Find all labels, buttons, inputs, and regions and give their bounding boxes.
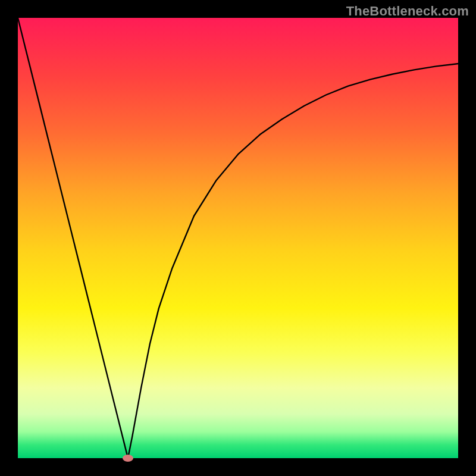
chart-container: TheBottleneck.com [0, 0, 476, 476]
bottleneck-curve [18, 18, 458, 458]
optimal-point-marker [123, 455, 133, 462]
plot-area [18, 18, 458, 458]
watermark-text: TheBottleneck.com [346, 4, 469, 19]
